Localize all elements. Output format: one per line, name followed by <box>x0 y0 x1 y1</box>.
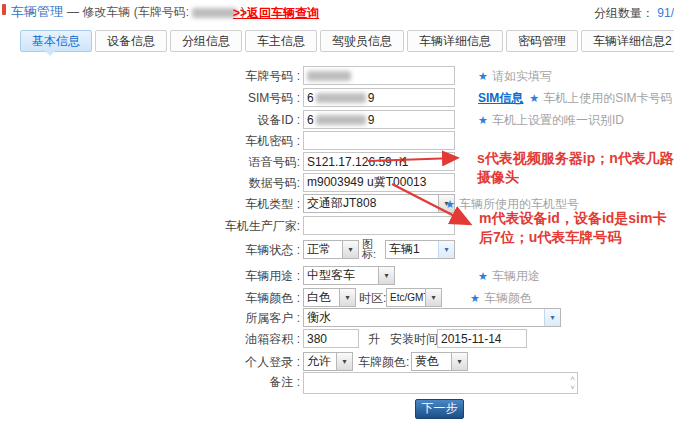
group-count-label: 分组数量： <box>594 6 654 20</box>
vehicle-status-label: 车辆状态 : <box>245 240 300 260</box>
device-id-input[interactable]: 6 9 <box>303 110 455 129</box>
note-label: 备注 : <box>269 372 300 392</box>
group-count-value: 91/500 <box>657 6 674 20</box>
sim-value-prefix: 6 <box>307 91 314 105</box>
vehicle-color-row: 车辆颜色 : 白色 ▾ 时区: Etc/GMT0 ▾ ★车辆颜色 <box>0 288 674 308</box>
tab-vehicle-detail[interactable]: 车辆详细信息 <box>407 30 503 52</box>
device-type-label: 车机类型 : <box>245 194 300 214</box>
tab-group-info[interactable]: 分组信息 <box>170 30 242 52</box>
title-bullet-icon <box>2 4 6 15</box>
required-star-icon: ★ <box>470 292 480 304</box>
tab-bar: 基本信息 设备信息 分组信息 车主信息 驾驶员信息 车辆详细信息 密码管理 车辆… <box>20 30 674 52</box>
install-time-label: 安装时间: <box>390 329 441 349</box>
chevron-down-icon: ▾ <box>425 289 441 306</box>
plate-number-row: 车牌号码 : ★请如实填写 <box>0 66 674 86</box>
device-id-hint: ★车机上设置的唯一识别ID <box>478 110 624 130</box>
required-star-icon: ★ <box>478 70 488 82</box>
vehicle-icon-select[interactable]: 车辆1 ▾ <box>385 240 455 259</box>
vehicle-edit-page: 车辆管理— 修改车辆 (车牌号码: ) >>返回车辆查询 分组数量： 91/50… <box>0 0 674 426</box>
plate-number-input[interactable] <box>303 66 455 85</box>
vehicle-status-select[interactable]: 正常 ▾ <box>303 240 359 259</box>
page-title: 车辆管理 <box>11 4 63 19</box>
data-number-input[interactable] <box>303 173 455 192</box>
device-id-suffix: 9 <box>368 113 375 127</box>
chevron-down-icon: ▾ <box>544 309 560 326</box>
timezone-select[interactable]: Etc/GMT0 ▾ <box>386 288 442 307</box>
back-to-vehicle-query-link[interactable]: >>返回车辆查询 <box>233 5 319 22</box>
device-id-prefix: 6 <box>307 113 314 127</box>
device-password-label: 车机密码 : <box>245 131 300 151</box>
note-textarea[interactable]: ˄˅ <box>303 372 578 394</box>
vehicle-usage-select[interactable]: 中型客车 ▾ <box>303 266 395 285</box>
personal-login-row: 个人登录 : 允许 ▾ 车牌颜色: 黄色 ▾ <box>0 352 674 372</box>
redaction-blur <box>316 93 366 103</box>
tab-device-info[interactable]: 设备信息 <box>95 30 167 52</box>
page-header: 车辆管理— 修改车辆 (车牌号码: ) <box>11 3 245 21</box>
fuel-capacity-input[interactable] <box>303 329 359 348</box>
device-password-input[interactable] <box>303 131 455 150</box>
data-number-label: 数据号码: <box>249 173 300 193</box>
device-id-row: 设备ID : 6 9 ★车机上设置的唯一识别ID <box>0 110 674 130</box>
customer-row: 所属客户 : 衡水 ▾ <box>0 308 674 328</box>
chevron-down-icon: ▾ <box>342 241 358 258</box>
install-time-input[interactable] <box>437 329 527 348</box>
vehicle-color-select[interactable]: 白色 ▾ <box>303 288 356 307</box>
icon-label: 图标: <box>362 239 376 259</box>
spinner-icons: ˄˅ <box>570 374 575 392</box>
tab-basic-info[interactable]: 基本信息 <box>20 30 92 52</box>
chevron-down-icon: ▾ <box>451 353 467 370</box>
sim-info-link[interactable]: SIM信息 <box>478 91 523 105</box>
data-number-annotation: m代表设备id，设备id是sim卡后7位；u代表车牌号码 <box>479 209 674 247</box>
vehicle-usage-hint: ★车辆用途 <box>478 266 540 286</box>
voice-number-input[interactable] <box>303 152 455 171</box>
plate-number-label: 车牌号码 : <box>245 66 300 86</box>
tab-driver-info[interactable]: 驾驶员信息 <box>320 30 404 52</box>
sim-value-suffix: 9 <box>368 91 375 105</box>
required-star-icon: ★ <box>445 198 455 210</box>
group-count: 分组数量： 91/500 <box>594 5 674 22</box>
voice-number-label: 语音号码: <box>249 152 300 172</box>
manufacturer-input[interactable] <box>303 216 455 235</box>
required-star-icon: ★ <box>478 114 488 126</box>
redaction-blur <box>316 115 366 125</box>
fuel-capacity-label: 油箱容积 : <box>245 329 300 349</box>
chevron-down-icon: ▾ <box>378 267 394 284</box>
page-subtitle: — 修改车辆 (车牌号码: <box>67 5 189 19</box>
tab-vehicle-detail2[interactable]: 车辆详细信息2 <box>581 30 674 52</box>
sim-hint: SIM信息★车机上使用的SIM卡号码 <box>478 88 673 108</box>
vehicle-color-label: 车辆颜色 : <box>245 288 300 308</box>
manufacturer-label: 车机生产厂家: <box>225 216 300 236</box>
required-star-icon: ★ <box>478 270 488 282</box>
sim-number-input[interactable]: 6 9 <box>303 88 455 107</box>
chevron-down-icon: ▾ <box>336 353 352 370</box>
customer-select[interactable]: 衡水 ▾ <box>303 308 561 327</box>
fuel-unit-label: 升 <box>368 329 380 349</box>
plate-color-select[interactable]: 黄色 ▾ <box>411 352 468 371</box>
fuel-capacity-row: 油箱容积 : 升 安装时间: <box>0 329 674 349</box>
note-row: 备注 : ˄˅ <box>0 372 674 396</box>
timezone-label: 时区: <box>359 288 386 308</box>
customer-label: 所属客户 : <box>245 308 300 328</box>
vehicle-usage-label: 车辆用途 : <box>245 266 300 286</box>
device-type-select[interactable]: 交通部JT808 ▾ <box>303 194 455 213</box>
tab-password-mgmt[interactable]: 密码管理 <box>506 30 578 52</box>
redaction-blur <box>307 71 351 81</box>
redacted-plate-number <box>192 8 237 18</box>
device-id-label: 设备ID : <box>257 110 300 130</box>
chevron-down-icon: ▾ <box>438 241 454 258</box>
required-star-icon: ★ <box>529 92 539 104</box>
plate-hint: ★请如实填写 <box>478 66 552 86</box>
next-step-button[interactable]: 下一步 <box>415 399 464 419</box>
sim-number-label: SIM号码 : <box>248 88 300 108</box>
vehicle-usage-row: 车辆用途 : 中型客车 ▾ ★车辆用途 <box>0 266 674 286</box>
sim-number-row: SIM号码 : 6 9 SIM信息★车机上使用的SIM卡号码 <box>0 88 674 108</box>
personal-login-label: 个人登录 : <box>245 352 300 372</box>
chevron-down-icon: ▾ <box>339 289 355 306</box>
personal-login-select[interactable]: 允许 ▾ <box>303 352 353 371</box>
plate-color-label: 车牌颜色: <box>358 352 409 372</box>
device-password-row: 车机密码 : <box>0 131 674 151</box>
voice-number-annotation: s代表视频服务器ip；n代表几路摄像头 <box>477 149 674 187</box>
vehicle-color-hint: ★车辆颜色 <box>470 288 532 308</box>
tab-owner-info[interactable]: 车主信息 <box>245 30 317 52</box>
